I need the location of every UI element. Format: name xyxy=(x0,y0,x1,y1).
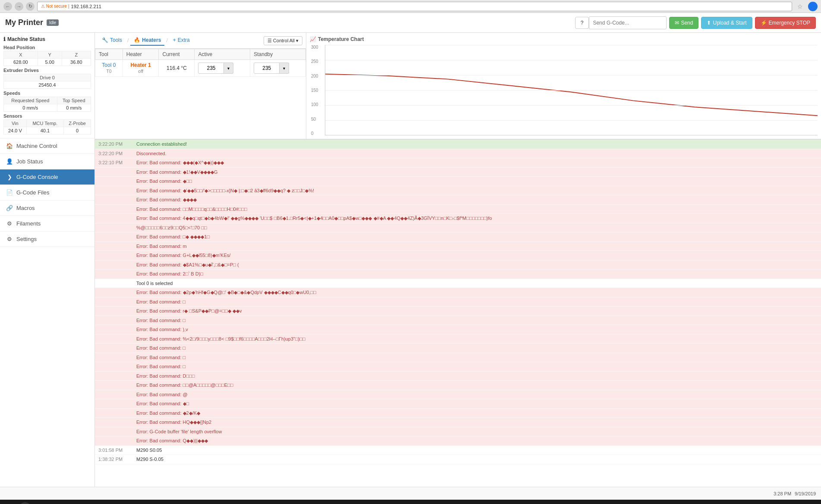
menu-icon: ☰ xyxy=(267,38,272,44)
upload-button[interactable]: ⬆ Upload & Start xyxy=(701,17,752,29)
grid-line-150 xyxy=(325,90,818,91)
drive0-value: 25450.4 xyxy=(4,81,91,89)
help-button[interactable]: ? xyxy=(575,17,589,29)
settings-icon: ⚙ xyxy=(6,236,13,242)
y-label-300: 300 xyxy=(311,45,318,50)
nav-settings-label: Settings xyxy=(16,236,37,242)
heater-name: Heater 1 xyxy=(130,62,151,68)
log-time xyxy=(98,344,133,352)
log-entry: Error: Bad command: Q◆◆)||◆◆◆ xyxy=(95,436,821,446)
windows-start-button[interactable] xyxy=(3,501,17,504)
standby-temp-input[interactable] xyxy=(254,63,280,74)
send-button[interactable]: ✉ Send xyxy=(669,17,698,29)
nav-gcode-files[interactable]: 📄 G-Code Files xyxy=(0,185,94,200)
log-entry: Error: Bad command: □ xyxy=(95,353,821,363)
taskbar-cortana[interactable]: ○ xyxy=(19,502,31,504)
control-all-button[interactable]: ☰ Control All ▾ xyxy=(264,36,302,45)
nav-settings[interactable]: ⚙ Settings xyxy=(0,232,94,247)
top-speed-label: Top Speed xyxy=(57,97,91,104)
y-label-200: 200 xyxy=(311,74,318,78)
tab-tools[interactable]: 🔧 Tools xyxy=(98,35,126,46)
log-time xyxy=(98,428,133,435)
status-date: 9/19/2019 xyxy=(795,491,816,496)
forward-button[interactable]: → xyxy=(15,2,23,11)
gcode-input[interactable] xyxy=(589,16,667,29)
taskbar-chrome[interactable]: ⦿ xyxy=(74,502,86,504)
tab-heaters[interactable]: 🔥 Heaters xyxy=(130,35,164,46)
machine-status-title: ℹ Machine Status xyxy=(3,36,91,42)
nav-gcode-console[interactable]: ❯ G-Code Console xyxy=(0,169,94,185)
y-value: 5.00 xyxy=(38,59,62,66)
tool-link[interactable]: Tool 0 xyxy=(102,62,116,68)
info-icon: ℹ xyxy=(3,36,6,42)
heater-status: off xyxy=(138,69,143,74)
tool-cell: Tool 0 T0 xyxy=(95,60,123,77)
requested-speed-value: 0 mm/s xyxy=(4,104,57,112)
z-label: Z xyxy=(62,51,91,59)
mcu-label: MCU Temp. xyxy=(26,120,63,127)
printer-status-badge: Idle xyxy=(47,19,59,26)
machine-control-icon: 🏠 xyxy=(6,143,13,149)
heater-row-0: Tool 0 T0 Heater 1 off 116.4 °C xyxy=(95,60,306,77)
log-time xyxy=(98,326,133,333)
security-warning: ⚠ Not secure | xyxy=(41,4,69,9)
log-time xyxy=(98,261,133,269)
log-time xyxy=(98,317,133,324)
printer-name: My Printer xyxy=(5,18,43,27)
log-entry: %@□□□□□6□□z9□□Q5□<'□70 □□ xyxy=(95,223,821,233)
nav-filaments[interactable]: ⚙ Filaments xyxy=(0,216,94,232)
log-time xyxy=(98,169,133,176)
browser-bar: ← → ↻ ⚠ Not secure | 192.168.2.211 ☆ xyxy=(0,0,821,13)
log-entry: Error: Bad command: □ xyxy=(95,316,821,326)
log-time xyxy=(98,437,133,445)
active-temp-dropdown[interactable]: ▾ xyxy=(224,63,233,74)
log-entry: Error: Bad command: m xyxy=(95,242,821,251)
log-entry: Error: Bad command: 4◆◆q□qt□◆b◆4bW◆!' ◆◆… xyxy=(95,214,821,223)
standby-cell: ▾ xyxy=(250,60,306,77)
log-message: Error: Bad command: HQ◆◆◆|]Np2 xyxy=(136,419,211,426)
back-button[interactable]: ← xyxy=(3,2,12,11)
emergency-stop-button[interactable]: ⚡ Emergency STOP xyxy=(755,17,816,29)
refresh-button[interactable]: ↻ xyxy=(26,2,35,11)
log-message: Error: Bad command: D□□□ xyxy=(136,373,195,380)
head-position-table: X Y Z 628.00 5.00 36.80 xyxy=(3,51,91,66)
user-avatar[interactable] xyxy=(808,2,818,11)
nav-job-status[interactable]: 👤 Job Status xyxy=(0,154,94,169)
log-time xyxy=(98,178,133,185)
log-entry: Error: Bad command: ◆1!◆◆V◆◆◆◆G xyxy=(95,168,821,177)
z-value: 36.80 xyxy=(62,59,91,66)
standby-temp-dropdown[interactable]: ▾ xyxy=(280,63,289,74)
log-entry: 1:38:32 PMM290 S-0.05 xyxy=(95,455,821,464)
tab-extra[interactable]: + Extra xyxy=(170,35,193,46)
bookmark-icon[interactable]: ☆ xyxy=(797,3,803,10)
log-message: Error: Bad command: □ xyxy=(136,317,186,324)
grid-line-250 xyxy=(325,60,818,60)
url-bar[interactable]: ⚠ Not secure | 192.168.2.211 xyxy=(37,2,792,11)
taskbar-task-view[interactable]: ⊡ xyxy=(33,502,45,504)
nav-macros[interactable]: 🔗 Macros xyxy=(0,200,94,216)
log-time xyxy=(98,382,133,389)
taskbar-explorer[interactable]: 📁 xyxy=(47,502,59,504)
status-bar: 3:28 PM 9/19/2019 xyxy=(0,487,821,500)
log-message: Error: Bad command: □ xyxy=(136,344,186,352)
mcu-value: 40.1 xyxy=(26,127,63,135)
nav-gcode-files-label: G-Code Files xyxy=(16,189,50,196)
nav-gcode-console-label: G-Code Console xyxy=(16,174,58,180)
heaters-table: Tool Heater Current Active Standby Tool … xyxy=(95,49,306,77)
grid-line-300 xyxy=(325,45,818,45)
nav-machine-control[interactable]: 🏠 Machine Control xyxy=(0,138,94,154)
log-entry: Error: Bad command: ◆2◆/K◆ xyxy=(95,409,821,418)
log-entry: Error: Bad command: ◆2p◆'hHf◆G◆Q@□' ◆B◆□… xyxy=(95,288,821,297)
send-label: Send xyxy=(681,20,693,26)
grid-line-200 xyxy=(325,75,818,75)
console-area[interactable]: 3:22:20 PMConnection established!3:22:20… xyxy=(95,139,821,487)
log-entry: 3:22:20 PMConnection established! xyxy=(95,140,821,149)
chart-icon: 📈 xyxy=(310,36,316,42)
log-entry: Error: Bad command: r◆ □S&P◆◆P□@=□□◆ ◆◆v xyxy=(95,307,821,316)
log-message: Error: Bad command: ◆◆◆(◆X^◆◆))◆◆◆ xyxy=(136,159,224,166)
app-header: My Printer Idle ? ✉ Send ⬆ Upload & Star… xyxy=(0,13,821,33)
url-text: 192.168.2.211 xyxy=(71,4,101,9)
active-temp-input[interactable] xyxy=(198,63,224,74)
log-entry: Tool 0 is selected xyxy=(95,279,821,288)
taskbar-edge[interactable]: e xyxy=(60,502,72,504)
